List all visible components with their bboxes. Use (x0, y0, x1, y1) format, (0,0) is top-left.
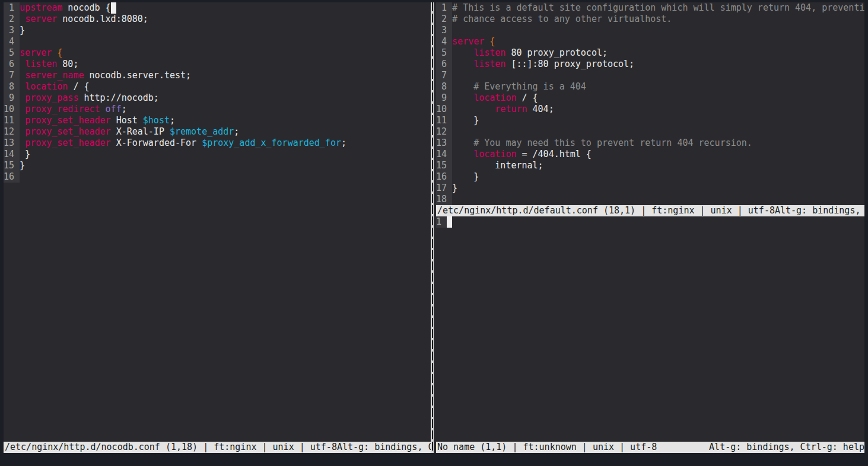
line-number: 3 (4, 25, 20, 36)
code-line: 1 # This is a default site configuration… (436, 2, 864, 14)
code-text: server_name nocodb.server.test; (20, 70, 191, 81)
line-number: 14 (4, 149, 20, 160)
code-text: listen [::]:80 proxy_protocol; (452, 59, 634, 70)
code-line: 11 proxy_set_header Host $host; (4, 115, 431, 126)
line-number: 6 (436, 59, 452, 70)
pane-divider[interactable] (431, 2, 434, 453)
editor-pane-default-conf[interactable]: 1 # This is a default site configuration… (436, 2, 864, 216)
line-number: 4 (436, 36, 452, 47)
code-area-default-conf[interactable]: 1 # This is a default site configuration… (436, 2, 864, 205)
code-line: 12 proxy_set_header X-Real-IP $remote_ad… (4, 126, 431, 138)
statusbar-help-text: Alt-g: bindings, Ctrl-g: help (775, 205, 864, 216)
code-text: server { (452, 36, 495, 47)
line-number: 18 (436, 194, 452, 205)
code-line: 2 server nocodb.lxd:8080; (4, 14, 431, 25)
code-line: 14 } (4, 149, 431, 160)
editor-pane-nocodb-conf[interactable]: 1 upstream nocodb { 2 server nocodb.lxd:… (4, 2, 431, 453)
line-number: 1 (4, 2, 20, 14)
line-number: 15 (436, 160, 452, 171)
cursor-block (447, 216, 452, 228)
statusbar-help-text: Alt-g: bindings, Ctrl-g: help (709, 442, 864, 453)
code-text: listen 80; (20, 59, 78, 70)
code-text: return 404; (452, 104, 554, 115)
statusbar-file-info: /etc/nginx/http.d/nocodb.conf (1,18) | f… (5, 442, 337, 453)
line-number: 1 (436, 2, 452, 14)
code-text: # Everything is a 404 (452, 81, 586, 92)
code-text: } (452, 171, 479, 183)
code-line: 17 } (436, 183, 864, 194)
line-number: 1 (436, 216, 447, 228)
code-area-nocodb-conf[interactable]: 1 upstream nocodb { 2 server nocodb.lxd:… (4, 2, 431, 442)
line-number: 8 (4, 81, 20, 92)
code-text: location / { (20, 81, 89, 92)
statusbar-file-info: No name (1,1) | ft:unknown | unix | utf-… (437, 442, 657, 453)
line-number: 12 (436, 126, 452, 138)
code-text: internal; (452, 160, 543, 171)
code-text: # You may need this to prevent return 40… (452, 138, 752, 149)
line-number: 12 (4, 126, 20, 138)
code-line: 3 (436, 25, 864, 36)
statusbar-nocodb-conf: /etc/nginx/http.d/nocodb.conf (1,18) | f… (4, 442, 431, 453)
code-area-noname[interactable]: 1 (436, 216, 864, 442)
line-number: 13 (436, 138, 452, 149)
line-number: 15 (4, 160, 20, 171)
editor-pane-noname[interactable]: 1 No name (1,1) | ft:unknown | unix | ut… (436, 216, 864, 453)
code-line: 11 } (436, 115, 864, 126)
line-number: 14 (436, 149, 452, 160)
line-number: 9 (436, 92, 452, 104)
code-line: 9 location / { (436, 92, 864, 104)
code-line: 10 return 404; (436, 104, 864, 115)
code-line: 3 } (4, 25, 431, 36)
statusbar-file-info: /etc/nginx/http.d/default.conf (18,1) | … (437, 205, 775, 216)
code-text: upstream nocodb { (20, 2, 116, 14)
line-number: 9 (4, 92, 20, 104)
line-number: 5 (4, 47, 20, 59)
code-line: 13 proxy_set_header X-Forwarded-For $pro… (4, 138, 431, 149)
code-text: } (452, 115, 479, 126)
code-line: 12 (436, 126, 864, 138)
cursor-block (111, 2, 116, 14)
line-number: 5 (436, 47, 452, 59)
code-line: 16 (4, 171, 431, 183)
statusbar-default-conf: /etc/nginx/http.d/default.conf (18,1) | … (436, 205, 864, 216)
code-line: 4 (4, 36, 431, 47)
line-number: 3 (436, 25, 452, 36)
line-number: 8 (436, 81, 452, 92)
code-text: # This is a default site configuration w… (452, 2, 864, 14)
code-line: 8 location / { (4, 81, 431, 92)
code-line: 10 proxy_redirect off; (4, 104, 431, 115)
code-line: 6 listen [::]:80 proxy_protocol; (436, 59, 864, 70)
code-text (447, 216, 452, 228)
code-line: 5 listen 80 proxy_protocol; (436, 47, 864, 59)
code-line: 14 location = /404.html { (436, 149, 864, 160)
code-text: proxy_set_header X-Real-IP $remote_addr; (20, 126, 239, 138)
line-number: 4 (4, 36, 20, 47)
line-number: 6 (4, 59, 20, 70)
code-line: 7 server_name nocodb.server.test; (4, 70, 431, 81)
code-text: proxy_redirect off; (20, 104, 127, 115)
code-line: 1 upstream nocodb { (4, 2, 431, 14)
line-number: 10 (436, 104, 452, 115)
code-text: listen 80 proxy_protocol; (452, 47, 608, 59)
code-line: 7 (436, 70, 864, 81)
line-number: 16 (436, 171, 452, 183)
code-text: proxy_pass http://nocodb; (20, 92, 159, 104)
line-number: 2 (436, 14, 452, 25)
code-text: location = /404.html { (452, 149, 592, 160)
line-number: 7 (4, 70, 20, 81)
line-number: 7 (436, 70, 452, 81)
code-text: } (452, 183, 457, 194)
terminal-window: 1 upstream nocodb { 2 server nocodb.lxd:… (4, 2, 864, 453)
line-number: 2 (4, 14, 20, 25)
statusbar-help-text: Alt-g: bindings, Ctrl-g: help (337, 442, 431, 453)
code-line: 4 server { (436, 36, 864, 47)
code-text: server { (20, 47, 62, 59)
code-line: 15 } (4, 160, 431, 171)
line-number: 16 (4, 171, 20, 183)
code-text: } (20, 160, 25, 171)
line-number: 10 (4, 104, 20, 115)
code-text: } (20, 25, 25, 36)
line-number: 11 (4, 115, 20, 126)
line-number: 11 (436, 115, 452, 126)
code-line: 8 # Everything is a 404 (436, 81, 864, 92)
